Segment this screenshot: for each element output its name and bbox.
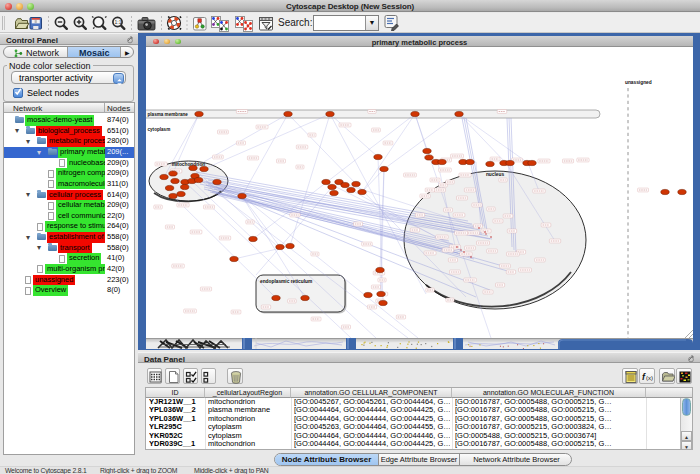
svg-text:unassigned: unassigned	[625, 80, 652, 85]
svg-text:(x): (x)	[646, 375, 653, 381]
svg-text:mitochondrion: mitochondrion	[172, 162, 206, 167]
svg-text:1:1: 1:1	[115, 19, 122, 25]
svg-text:plasma membrane: plasma membrane	[148, 112, 189, 117]
svg-text:nucleus: nucleus	[486, 172, 504, 177]
svg-text:endoplasmic reticulum: endoplasmic reticulum	[260, 279, 312, 284]
svg-text:cytoplasm: cytoplasm	[148, 127, 171, 132]
